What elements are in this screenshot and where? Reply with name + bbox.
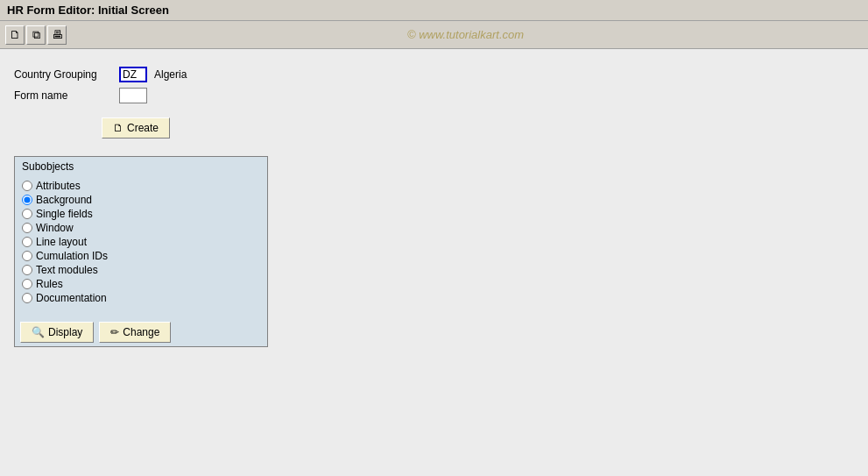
new-icon: 🗋 — [10, 28, 21, 41]
radio-single-fields-label: Single fields — [36, 208, 93, 220]
toolbar: 🗋 ⧉ 🖶 © www.tutorialkart.com — [0, 21, 868, 49]
form-name-label: Form name — [14, 89, 119, 102]
country-name-display: Algeria — [154, 68, 187, 81]
copy-icon: ⧉ — [32, 28, 40, 42]
radio-attributes-input[interactable] — [22, 181, 32, 191]
radio-window-input[interactable] — [22, 223, 32, 233]
radio-documentation-label: Documentation — [36, 292, 107, 304]
create-button-label: Create — [127, 122, 159, 134]
bottom-buttons: 🔍 Display ✏ Change — [15, 318, 267, 346]
create-button-row: 🗋 Create — [102, 117, 854, 139]
toolbar-btn-new[interactable]: 🗋 — [5, 25, 25, 45]
title-text: HR Form Editor: Initial Screen — [7, 4, 169, 17]
radio-line-layout-input[interactable] — [22, 237, 32, 247]
display-icon: 🔍 — [32, 326, 45, 338]
radio-single-fields[interactable]: Single fields — [22, 208, 260, 220]
radio-attributes-label: Attributes — [36, 180, 81, 192]
country-grouping-row: Country Grouping Algeria — [14, 67, 854, 82]
radio-cumulation-ids[interactable]: Cumulation IDs — [22, 250, 260, 262]
create-button[interactable]: 🗋 Create — [102, 117, 170, 139]
radio-line-layout[interactable]: Line layout — [22, 236, 260, 248]
radio-text-modules-label: Text modules — [36, 264, 98, 276]
radio-cumulation-ids-label: Cumulation IDs — [36, 250, 108, 262]
create-icon: 🗋 — [113, 122, 123, 134]
radio-attributes[interactable]: Attributes — [22, 180, 260, 192]
title-bar: HR Form Editor: Initial Screen — [0, 0, 868, 21]
radio-rules-input[interactable] — [22, 279, 32, 289]
form-name-row: Form name — [14, 88, 854, 103]
content-area: Country Grouping Algeria Form name 🗋 Cre… — [0, 49, 868, 476]
radio-documentation-input[interactable] — [22, 293, 32, 303]
radio-window[interactable]: Window — [22, 222, 260, 234]
watermark: © www.tutorialkart.com — [68, 28, 863, 41]
print-icon: 🖶 — [52, 28, 63, 41]
radio-background[interactable]: Background — [22, 194, 260, 206]
country-grouping-label: Country Grouping — [14, 68, 119, 81]
form-name-input[interactable] — [119, 88, 147, 103]
radio-window-label: Window — [36, 222, 74, 234]
radio-text-modules-input[interactable] — [22, 265, 32, 275]
radio-rules-label: Rules — [36, 278, 63, 290]
radio-rules[interactable]: Rules — [22, 278, 260, 290]
subobjects-list: Attributes Background Single fields Wind… — [15, 176, 267, 311]
subobjects-box: Subobjects Attributes Background Single … — [14, 156, 268, 347]
radio-background-label: Background — [36, 194, 92, 206]
radio-text-modules[interactable]: Text modules — [22, 264, 260, 276]
toolbar-btn-copy[interactable]: ⧉ — [26, 25, 46, 45]
subobjects-title: Subobjects — [15, 157, 267, 176]
radio-line-layout-label: Line layout — [36, 236, 87, 248]
toolbar-btn-print[interactable]: 🖶 — [47, 25, 67, 45]
form-section: Country Grouping Algeria Form name — [14, 67, 854, 103]
radio-documentation[interactable]: Documentation — [22, 292, 260, 304]
display-button-label: Display — [48, 326, 82, 338]
change-button[interactable]: ✏ Change — [99, 322, 171, 343]
radio-cumulation-ids-input[interactable] — [22, 251, 32, 261]
change-icon: ✏ — [110, 326, 119, 338]
radio-single-fields-input[interactable] — [22, 209, 32, 219]
country-grouping-input[interactable] — [119, 67, 147, 82]
display-button[interactable]: 🔍 Display — [20, 322, 94, 343]
radio-background-input[interactable] — [22, 195, 32, 205]
change-button-label: Change — [123, 326, 159, 338]
